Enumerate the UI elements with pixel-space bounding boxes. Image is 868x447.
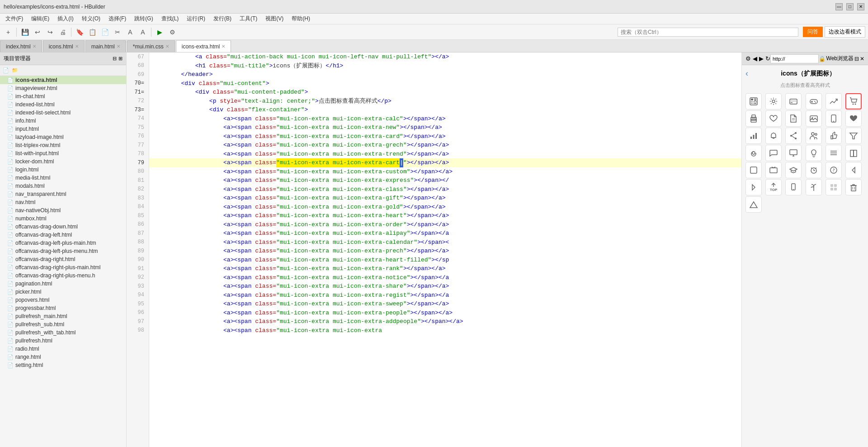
settings-button[interactable]: ⚙ bbox=[167, 27, 178, 38]
cut-button[interactable]: ✂ bbox=[112, 27, 123, 38]
tab-index-html[interactable]: index.html ✕ bbox=[0, 40, 42, 52]
file-item-modals[interactable]: 📄 modals.html bbox=[0, 182, 126, 190]
copy-button[interactable]: 📋 bbox=[87, 27, 98, 38]
tab-close-icon[interactable]: ✕ bbox=[222, 44, 225, 49]
file-item-setting[interactable]: 📄 setting.html bbox=[0, 361, 126, 369]
icon-cell-thumbsup[interactable] bbox=[826, 128, 842, 144]
maximize-button[interactable]: □ bbox=[846, 3, 854, 10]
sidebar-collapse-icon[interactable]: ⊟ bbox=[113, 56, 117, 62]
tab-main-html[interactable]: main.html ✕ bbox=[85, 40, 126, 52]
gear-icon[interactable]: ⚙ bbox=[745, 55, 751, 62]
icon-cell-bulb[interactable] bbox=[806, 145, 822, 161]
file-item-info[interactable]: 📄 info.html bbox=[0, 117, 126, 125]
sidebar-folder-btn[interactable]: 📁 bbox=[11, 67, 19, 75]
code-content[interactable]: <a class="mui-action-back mui-icon mui-i… bbox=[149, 52, 741, 447]
icon-cell-people-multi[interactable] bbox=[806, 128, 822, 144]
bookmark-button[interactable]: 🔖 bbox=[74, 27, 85, 38]
file-item-pagination[interactable]: 📄 pagination.html bbox=[0, 280, 126, 288]
browser-settings-icon[interactable]: ⊟ bbox=[854, 56, 859, 62]
print-button[interactable]: 🖨 bbox=[57, 27, 68, 38]
browser-lock-icon[interactable]: 🔒 bbox=[819, 56, 826, 62]
menu-item-o[interactable]: 转义(O) bbox=[78, 14, 104, 24]
file-item-nav[interactable]: 📄 nav.html bbox=[0, 198, 126, 206]
minimize-button[interactable]: — bbox=[835, 3, 843, 10]
file-item-imchat[interactable]: 📄 im-chat.html bbox=[0, 92, 126, 100]
file-item-nav-native[interactable]: 📄 nav-nativeObj.html bbox=[0, 206, 126, 214]
icon-cell-next[interactable] bbox=[745, 179, 762, 195]
menu-item-h[interactable]: 帮助(H) bbox=[288, 14, 314, 24]
icon-cell-document[interactable] bbox=[785, 110, 802, 127]
menu-item-f[interactable]: 选择(F) bbox=[105, 14, 130, 24]
icon-cell-graduate[interactable] bbox=[785, 162, 802, 178]
menu-item-t[interactable]: 工具(T) bbox=[236, 14, 261, 24]
icon-cell-list[interactable] bbox=[826, 145, 842, 161]
menu-item-g[interactable]: 跳转(G) bbox=[131, 14, 156, 24]
run-button[interactable]: ▶ bbox=[154, 27, 165, 38]
file-item-offcanvas-left-plus-menu[interactable]: 📄 offcanvas-drag-left-plus-menu.htm bbox=[0, 247, 126, 255]
file-item-pullrefresh-sub[interactable]: 📄 pullrefresh_sub.html bbox=[0, 320, 126, 328]
file-item-range[interactable]: 📄 range.html bbox=[0, 353, 126, 361]
file-item-offcanvas-right-plus-menu[interactable]: 📄 offcanvas-drag-right-plus-menu.h bbox=[0, 271, 126, 280]
file-item-indexed-list[interactable]: 📄 indexed-list.html bbox=[0, 100, 126, 109]
tab-close-icon[interactable]: ✕ bbox=[165, 44, 169, 49]
ask-button[interactable]: 问答 bbox=[803, 27, 823, 37]
icon-cell-top[interactable]: TOP bbox=[765, 179, 782, 195]
menu-item-b[interactable]: 发行(B) bbox=[210, 14, 235, 24]
icon-cell-mountain[interactable] bbox=[745, 196, 762, 213]
new-button[interactable]: + bbox=[3, 27, 14, 38]
icon-cell-heart-filled[interactable] bbox=[845, 110, 862, 127]
browser-close-icon[interactable]: ✕ bbox=[860, 56, 864, 62]
file-item-radio[interactable]: 📄 radio.html bbox=[0, 345, 126, 353]
file-item-media-list[interactable]: 📄 media-list.html bbox=[0, 174, 126, 182]
icon-cell-settings[interactable] bbox=[765, 93, 782, 109]
sidebar-new-btn[interactable]: 📄 bbox=[2, 67, 10, 75]
icon-cell-card[interactable] bbox=[785, 93, 802, 109]
icon-cell-cart[interactable] bbox=[845, 93, 862, 109]
icon-cell-print[interactable] bbox=[745, 110, 762, 127]
file-item-pullrefresh[interactable]: 📄 pullrefresh.html bbox=[0, 337, 126, 345]
menu-item-f[interactable]: 文件(F) bbox=[2, 14, 27, 24]
browser-back-icon[interactable]: ◀ bbox=[753, 55, 757, 62]
redo-button[interactable]: ↪ bbox=[45, 27, 56, 38]
file-item-popovers[interactable]: 📄 popovers.html bbox=[0, 296, 126, 304]
tab-close-icon[interactable]: ✕ bbox=[75, 44, 79, 49]
menu-item-r[interactable]: 运行(R) bbox=[183, 14, 209, 24]
file-item-icons-extra[interactable]: 📄 icons-extra.html bbox=[0, 76, 126, 84]
icon-cell-placeholder2[interactable] bbox=[826, 179, 842, 195]
file-item-imageviewer[interactable]: 📄 imageviewer.html bbox=[0, 84, 126, 92]
file-item-numbox[interactable]: 📄 numbox.html bbox=[0, 214, 126, 223]
browser-nav-back[interactable]: ‹ bbox=[745, 69, 748, 78]
browser-forward-icon[interactable]: ▶ bbox=[759, 55, 764, 62]
sidebar-expand-icon[interactable]: ⊞ bbox=[118, 56, 123, 62]
icon-cell-gamepad[interactable] bbox=[806, 93, 822, 109]
icon-cell-alarm[interactable] bbox=[806, 162, 822, 178]
file-item-pullrefresh-tab[interactable]: 📄 pullrefresh_with_tab.html bbox=[0, 328, 126, 337]
paste-button[interactable]: 📄 bbox=[99, 27, 110, 38]
file-item-login[interactable]: 📄 login.html bbox=[0, 166, 126, 174]
file-item-list-triplex[interactable]: 📄 list-triplex-row.html bbox=[0, 141, 126, 149]
icon-cell-filter[interactable] bbox=[845, 128, 862, 144]
file-item-progressbar[interactable]: 📄 progressbar.html bbox=[0, 304, 126, 312]
file-item-offcanvas-right[interactable]: 📄 offcanvas-drag-right.html bbox=[0, 255, 126, 263]
file-item-locker[interactable]: 📄 locker-dom.html bbox=[0, 157, 126, 166]
file-item-offcanvas-down[interactable]: 📄 offcanvas-drag-down.html bbox=[0, 223, 126, 231]
file-item-nav-transparent[interactable]: 📄 nav_transparent.html bbox=[0, 190, 126, 198]
menu-item-l[interactable]: 查找(L) bbox=[158, 14, 183, 24]
icon-cell-calc[interactable] bbox=[745, 93, 762, 109]
icon-cell-compass[interactable] bbox=[826, 162, 842, 178]
file-item-offcanvas-left[interactable]: 📄 offcanvas-drag-left.html bbox=[0, 231, 126, 239]
icon-cell-monitor[interactable] bbox=[785, 145, 802, 161]
tab-close-icon[interactable]: ✕ bbox=[33, 44, 36, 49]
icon-cell-prev[interactable] bbox=[845, 162, 862, 178]
file-item-pullrefresh-main[interactable]: 📄 pullrefresh_main.html bbox=[0, 312, 126, 320]
tab-close-icon[interactable]: ✕ bbox=[117, 44, 120, 49]
icon-cell-trash[interactable] bbox=[845, 179, 862, 195]
close-button[interactable]: ✕ bbox=[857, 3, 864, 10]
tab-mui-min-css[interactable]: *mui.min.css ✕ bbox=[127, 40, 175, 52]
icon-cell-photo[interactable] bbox=[806, 110, 822, 127]
icon-cell-tv[interactable] bbox=[765, 162, 782, 178]
icon-cell-book[interactable] bbox=[845, 145, 862, 161]
format-button[interactable]: A bbox=[125, 27, 136, 38]
icon-cell-placeholder1[interactable] bbox=[745, 162, 762, 178]
url-input[interactable] bbox=[770, 54, 819, 63]
